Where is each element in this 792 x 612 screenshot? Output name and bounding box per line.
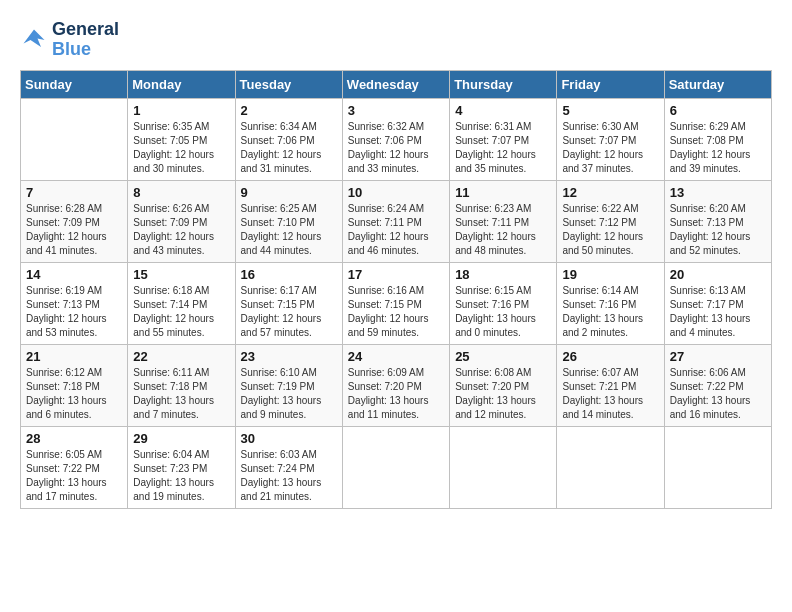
- calendar-cell: 18Sunrise: 6:15 AMSunset: 7:16 PMDayligh…: [450, 262, 557, 344]
- cell-date-number: 30: [241, 431, 337, 446]
- cell-date-number: 26: [562, 349, 658, 364]
- calendar-cell: 21Sunrise: 6:12 AMSunset: 7:18 PMDayligh…: [21, 344, 128, 426]
- calendar-cell: 11Sunrise: 6:23 AMSunset: 7:11 PMDayligh…: [450, 180, 557, 262]
- cell-sun-info: Sunrise: 6:06 AMSunset: 7:22 PMDaylight:…: [670, 366, 766, 422]
- calendar-cell: 19Sunrise: 6:14 AMSunset: 7:16 PMDayligh…: [557, 262, 664, 344]
- calendar-cell: 24Sunrise: 6:09 AMSunset: 7:20 PMDayligh…: [342, 344, 449, 426]
- calendar-cell: 15Sunrise: 6:18 AMSunset: 7:14 PMDayligh…: [128, 262, 235, 344]
- calendar-cell: 6Sunrise: 6:29 AMSunset: 7:08 PMDaylight…: [664, 98, 771, 180]
- cell-sun-info: Sunrise: 6:07 AMSunset: 7:21 PMDaylight:…: [562, 366, 658, 422]
- calendar-cell: 20Sunrise: 6:13 AMSunset: 7:17 PMDayligh…: [664, 262, 771, 344]
- cell-sun-info: Sunrise: 6:24 AMSunset: 7:11 PMDaylight:…: [348, 202, 444, 258]
- calendar-cell: 14Sunrise: 6:19 AMSunset: 7:13 PMDayligh…: [21, 262, 128, 344]
- cell-sun-info: Sunrise: 6:18 AMSunset: 7:14 PMDaylight:…: [133, 284, 229, 340]
- weekday-header: Saturday: [664, 70, 771, 98]
- calendar-week-row: 28Sunrise: 6:05 AMSunset: 7:22 PMDayligh…: [21, 426, 772, 508]
- cell-sun-info: Sunrise: 6:09 AMSunset: 7:20 PMDaylight:…: [348, 366, 444, 422]
- calendar-cell: [21, 98, 128, 180]
- cell-date-number: 20: [670, 267, 766, 282]
- cell-date-number: 21: [26, 349, 122, 364]
- calendar-cell: 4Sunrise: 6:31 AMSunset: 7:07 PMDaylight…: [450, 98, 557, 180]
- calendar-cell: 9Sunrise: 6:25 AMSunset: 7:10 PMDaylight…: [235, 180, 342, 262]
- calendar-cell: 7Sunrise: 6:28 AMSunset: 7:09 PMDaylight…: [21, 180, 128, 262]
- cell-sun-info: Sunrise: 6:05 AMSunset: 7:22 PMDaylight:…: [26, 448, 122, 504]
- cell-date-number: 15: [133, 267, 229, 282]
- cell-sun-info: Sunrise: 6:26 AMSunset: 7:09 PMDaylight:…: [133, 202, 229, 258]
- cell-date-number: 28: [26, 431, 122, 446]
- cell-date-number: 14: [26, 267, 122, 282]
- cell-date-number: 8: [133, 185, 229, 200]
- cell-sun-info: Sunrise: 6:35 AMSunset: 7:05 PMDaylight:…: [133, 120, 229, 176]
- logo: General Blue: [20, 20, 119, 60]
- cell-date-number: 10: [348, 185, 444, 200]
- calendar-cell: 13Sunrise: 6:20 AMSunset: 7:13 PMDayligh…: [664, 180, 771, 262]
- calendar-cell: 5Sunrise: 6:30 AMSunset: 7:07 PMDaylight…: [557, 98, 664, 180]
- svg-marker-0: [24, 29, 45, 47]
- logo-icon: [20, 26, 48, 54]
- cell-sun-info: Sunrise: 6:15 AMSunset: 7:16 PMDaylight:…: [455, 284, 551, 340]
- calendar-cell: 1Sunrise: 6:35 AMSunset: 7:05 PMDaylight…: [128, 98, 235, 180]
- calendar-cell: 27Sunrise: 6:06 AMSunset: 7:22 PMDayligh…: [664, 344, 771, 426]
- calendar-cell: 3Sunrise: 6:32 AMSunset: 7:06 PMDaylight…: [342, 98, 449, 180]
- cell-sun-info: Sunrise: 6:34 AMSunset: 7:06 PMDaylight:…: [241, 120, 337, 176]
- cell-sun-info: Sunrise: 6:28 AMSunset: 7:09 PMDaylight:…: [26, 202, 122, 258]
- calendar-cell: 28Sunrise: 6:05 AMSunset: 7:22 PMDayligh…: [21, 426, 128, 508]
- cell-sun-info: Sunrise: 6:32 AMSunset: 7:06 PMDaylight:…: [348, 120, 444, 176]
- cell-sun-info: Sunrise: 6:04 AMSunset: 7:23 PMDaylight:…: [133, 448, 229, 504]
- weekday-header: Wednesday: [342, 70, 449, 98]
- cell-date-number: 7: [26, 185, 122, 200]
- page-header: General Blue: [20, 20, 772, 60]
- weekday-header-row: SundayMondayTuesdayWednesdayThursdayFrid…: [21, 70, 772, 98]
- cell-sun-info: Sunrise: 6:14 AMSunset: 7:16 PMDaylight:…: [562, 284, 658, 340]
- weekday-header: Sunday: [21, 70, 128, 98]
- cell-date-number: 16: [241, 267, 337, 282]
- calendar-cell: 29Sunrise: 6:04 AMSunset: 7:23 PMDayligh…: [128, 426, 235, 508]
- cell-date-number: 23: [241, 349, 337, 364]
- cell-date-number: 3: [348, 103, 444, 118]
- logo-text: General Blue: [52, 20, 119, 60]
- cell-sun-info: Sunrise: 6:22 AMSunset: 7:12 PMDaylight:…: [562, 202, 658, 258]
- calendar-cell: 12Sunrise: 6:22 AMSunset: 7:12 PMDayligh…: [557, 180, 664, 262]
- cell-sun-info: Sunrise: 6:25 AMSunset: 7:10 PMDaylight:…: [241, 202, 337, 258]
- cell-date-number: 27: [670, 349, 766, 364]
- calendar-cell: 30Sunrise: 6:03 AMSunset: 7:24 PMDayligh…: [235, 426, 342, 508]
- cell-sun-info: Sunrise: 6:10 AMSunset: 7:19 PMDaylight:…: [241, 366, 337, 422]
- calendar-week-row: 7Sunrise: 6:28 AMSunset: 7:09 PMDaylight…: [21, 180, 772, 262]
- calendar-cell: 10Sunrise: 6:24 AMSunset: 7:11 PMDayligh…: [342, 180, 449, 262]
- cell-sun-info: Sunrise: 6:19 AMSunset: 7:13 PMDaylight:…: [26, 284, 122, 340]
- calendar-cell: [664, 426, 771, 508]
- cell-sun-info: Sunrise: 6:31 AMSunset: 7:07 PMDaylight:…: [455, 120, 551, 176]
- cell-date-number: 9: [241, 185, 337, 200]
- cell-date-number: 18: [455, 267, 551, 282]
- calendar-cell: 26Sunrise: 6:07 AMSunset: 7:21 PMDayligh…: [557, 344, 664, 426]
- cell-date-number: 5: [562, 103, 658, 118]
- calendar-cell: [450, 426, 557, 508]
- cell-date-number: 12: [562, 185, 658, 200]
- weekday-header: Friday: [557, 70, 664, 98]
- calendar-week-row: 14Sunrise: 6:19 AMSunset: 7:13 PMDayligh…: [21, 262, 772, 344]
- cell-sun-info: Sunrise: 6:29 AMSunset: 7:08 PMDaylight:…: [670, 120, 766, 176]
- calendar-cell: [342, 426, 449, 508]
- cell-date-number: 29: [133, 431, 229, 446]
- cell-sun-info: Sunrise: 6:16 AMSunset: 7:15 PMDaylight:…: [348, 284, 444, 340]
- cell-date-number: 17: [348, 267, 444, 282]
- cell-date-number: 11: [455, 185, 551, 200]
- calendar-cell: 16Sunrise: 6:17 AMSunset: 7:15 PMDayligh…: [235, 262, 342, 344]
- cell-date-number: 13: [670, 185, 766, 200]
- cell-date-number: 25: [455, 349, 551, 364]
- cell-sun-info: Sunrise: 6:03 AMSunset: 7:24 PMDaylight:…: [241, 448, 337, 504]
- calendar-week-row: 1Sunrise: 6:35 AMSunset: 7:05 PMDaylight…: [21, 98, 772, 180]
- cell-sun-info: Sunrise: 6:13 AMSunset: 7:17 PMDaylight:…: [670, 284, 766, 340]
- calendar-table: SundayMondayTuesdayWednesdayThursdayFrid…: [20, 70, 772, 509]
- calendar-cell: 22Sunrise: 6:11 AMSunset: 7:18 PMDayligh…: [128, 344, 235, 426]
- cell-date-number: 24: [348, 349, 444, 364]
- cell-sun-info: Sunrise: 6:12 AMSunset: 7:18 PMDaylight:…: [26, 366, 122, 422]
- weekday-header: Thursday: [450, 70, 557, 98]
- cell-date-number: 6: [670, 103, 766, 118]
- cell-sun-info: Sunrise: 6:20 AMSunset: 7:13 PMDaylight:…: [670, 202, 766, 258]
- calendar-cell: 23Sunrise: 6:10 AMSunset: 7:19 PMDayligh…: [235, 344, 342, 426]
- calendar-week-row: 21Sunrise: 6:12 AMSunset: 7:18 PMDayligh…: [21, 344, 772, 426]
- cell-date-number: 22: [133, 349, 229, 364]
- cell-sun-info: Sunrise: 6:11 AMSunset: 7:18 PMDaylight:…: [133, 366, 229, 422]
- cell-sun-info: Sunrise: 6:23 AMSunset: 7:11 PMDaylight:…: [455, 202, 551, 258]
